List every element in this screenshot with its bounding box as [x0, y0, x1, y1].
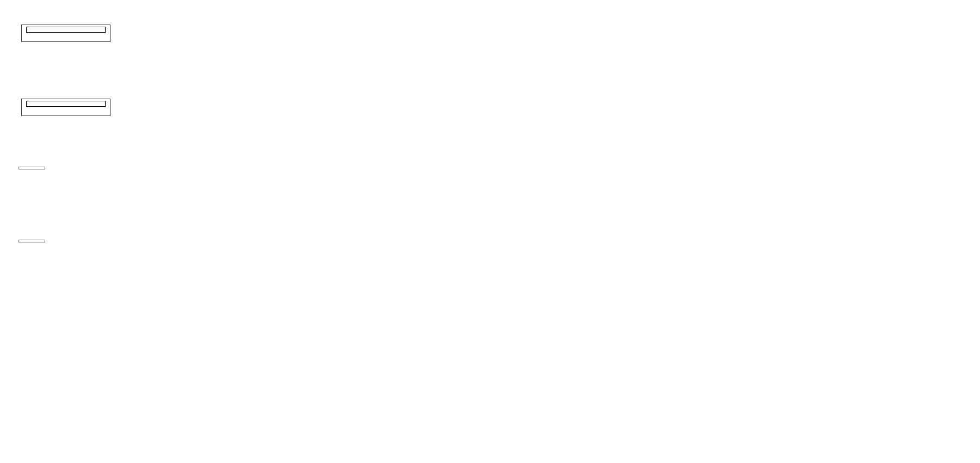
- panel-std-absi: [19, 238, 963, 297]
- u-velocity-heatmap: [19, 22, 963, 89]
- figure: [0, 0, 980, 463]
- colorbar-v-gradient: [26, 101, 106, 107]
- v-velocity-heatmap: [19, 96, 963, 162]
- panel-u-velocity: [19, 22, 963, 89]
- colorbar-u-gradient: [26, 27, 106, 33]
- panel-mean-absi: [19, 166, 963, 234]
- mean-absi-heatmap: [19, 166, 963, 234]
- depth-variation-lines: [19, 301, 963, 376]
- panel-temperature: [19, 381, 963, 442]
- mean-absi-label: [19, 167, 45, 169]
- colorbar-u: [26, 27, 106, 40]
- panel-depth-variation: [19, 301, 963, 376]
- temperature-line: [19, 381, 963, 442]
- legend-u-velocity: [21, 25, 111, 42]
- colorbar-v: [26, 101, 106, 114]
- legend-v-velocity: [21, 99, 111, 116]
- std-absi-heatmap: [19, 238, 963, 297]
- panel-v-velocity: [19, 96, 963, 162]
- std-absi-label: [19, 240, 45, 242]
